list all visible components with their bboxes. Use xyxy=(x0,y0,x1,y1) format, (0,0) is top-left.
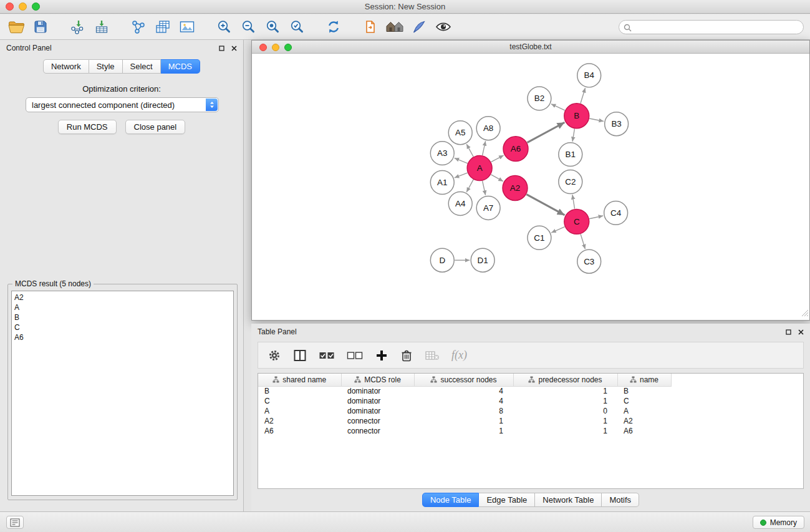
tab-network-table[interactable]: Network Table xyxy=(535,493,602,507)
minimize-window-button[interactable] xyxy=(19,2,27,11)
open-session-button[interactable] xyxy=(6,17,26,37)
network-node-B2[interactable]: B2 xyxy=(528,87,551,110)
table-settings-button[interactable] xyxy=(268,349,281,362)
annotate-button[interactable] xyxy=(409,17,429,37)
home-button[interactable] xyxy=(385,17,405,37)
float-panel-icon[interactable] xyxy=(786,329,791,335)
tab-network[interactable]: Network xyxy=(43,59,89,74)
column-header-successor-nodes[interactable]: successor nodes xyxy=(414,374,513,386)
select-all-columns-button[interactable] xyxy=(319,349,335,362)
network-node-A4[interactable]: A4 xyxy=(448,191,472,215)
zoom-out-button[interactable] xyxy=(238,17,258,37)
network-edge-B-B3[interactable] xyxy=(589,118,604,122)
share-network-button[interactable] xyxy=(128,17,148,37)
search-input[interactable] xyxy=(619,20,804,34)
show-graphics-details-button[interactable] xyxy=(433,17,453,37)
network-node-A5[interactable]: A5 xyxy=(448,121,472,145)
mcds-result-item[interactable]: B xyxy=(14,312,231,322)
network-edge-B-B1[interactable] xyxy=(572,128,574,142)
network-node-A[interactable]: A xyxy=(467,156,492,181)
zoom-in-button[interactable] xyxy=(214,17,234,37)
network-node-D[interactable]: D xyxy=(430,248,454,272)
column-header-predecessor-nodes[interactable]: predecessor nodes xyxy=(513,374,617,386)
window-resize-grip[interactable] xyxy=(801,308,809,319)
table-row[interactable]: A6connector11A6 xyxy=(258,426,671,436)
fullscreen-window-button[interactable] xyxy=(32,2,40,11)
network-window-zoom-button[interactable] xyxy=(284,44,292,51)
table-row[interactable]: Adominator80A xyxy=(258,406,671,416)
network-edge-C-C3[interactable] xyxy=(581,234,585,249)
import-table-button[interactable] xyxy=(92,17,112,37)
tab-node-table[interactable]: Node Table xyxy=(422,493,480,507)
network-node-C1[interactable]: C1 xyxy=(528,226,551,249)
tab-edge-table[interactable]: Edge Table xyxy=(479,493,535,507)
network-node-C3[interactable]: C3 xyxy=(577,249,601,273)
export-image-button[interactable] xyxy=(177,17,197,37)
network-node-C4[interactable]: C4 xyxy=(604,201,628,225)
network-edge-A-A7[interactable] xyxy=(483,181,486,195)
save-session-button[interactable] xyxy=(31,17,51,37)
network-graph[interactable]: B4B2BB3A5A8A6B1A3AC2A1A2A4A7C4CC1C3DD1 xyxy=(252,54,809,320)
memory-button[interactable]: Memory xyxy=(753,516,804,529)
network-edge-A-A2[interactable] xyxy=(491,175,503,181)
task-history-button[interactable] xyxy=(6,516,24,529)
add-column-button[interactable] xyxy=(375,349,388,362)
network-node-A6[interactable]: A6 xyxy=(503,137,528,162)
network-edge-A-A8[interactable] xyxy=(483,141,486,155)
close-panel-button[interactable]: Close panel xyxy=(125,120,186,134)
network-node-B3[interactable]: B3 xyxy=(605,112,629,136)
network-node-A2[interactable]: A2 xyxy=(503,176,528,201)
close-panel-icon[interactable] xyxy=(798,329,804,335)
mcds-result-list[interactable]: A2ABCA6 xyxy=(11,291,234,496)
network-edge-A6-B[interactable] xyxy=(527,122,564,142)
network-edge-A-A4[interactable] xyxy=(466,180,473,192)
column-header-mcds-role[interactable]: MCDS role xyxy=(341,374,414,386)
network-edge-C-C1[interactable] xyxy=(551,227,564,233)
deselect-all-columns-button[interactable] xyxy=(347,349,363,362)
close-panel-icon[interactable] xyxy=(231,46,237,51)
network-node-B1[interactable]: B1 xyxy=(559,143,582,167)
network-edge-A-A1[interactable] xyxy=(455,173,468,178)
network-canvas[interactable]: B4B2BB3A5A8A6B1A3AC2A1A2A4A7C4CC1C3DD1 xyxy=(252,54,809,320)
network-window-close-button[interactable] xyxy=(259,44,267,51)
column-header-name[interactable]: name xyxy=(617,374,671,386)
network-node-B4[interactable]: B4 xyxy=(577,64,601,87)
float-panel-icon[interactable] xyxy=(219,46,224,51)
run-mcds-button[interactable]: Run MCDS xyxy=(58,120,117,134)
table-row[interactable]: Cdominator41C xyxy=(258,396,671,406)
mcds-result-item[interactable]: A xyxy=(14,302,231,312)
network-edge-B-B4[interactable] xyxy=(581,88,586,104)
network-edge-B-B2[interactable] xyxy=(551,104,565,110)
network-edge-C-C2[interactable] xyxy=(572,195,575,209)
network-edge-A-A6[interactable] xyxy=(491,155,504,162)
network-edge-A-A5[interactable] xyxy=(466,144,473,157)
zoom-fit-button[interactable] xyxy=(263,17,282,37)
import-network-button[interactable] xyxy=(67,17,87,37)
refresh-view-button[interactable] xyxy=(324,17,344,37)
function-builder-button[interactable]: f(x) xyxy=(451,349,467,362)
tab-motifs[interactable]: Motifs xyxy=(602,493,639,507)
delete-table-button[interactable] xyxy=(425,349,440,362)
network-node-A1[interactable]: A1 xyxy=(430,171,454,195)
duplicate-table-button[interactable] xyxy=(153,17,173,37)
network-window-minimize-button[interactable] xyxy=(272,44,279,51)
open-document-button[interactable] xyxy=(360,17,380,37)
network-edge-C-C4[interactable] xyxy=(589,216,603,219)
tab-style[interactable]: Style xyxy=(89,59,123,74)
network-node-A7[interactable]: A7 xyxy=(476,196,500,220)
split-panel-button[interactable] xyxy=(293,349,307,362)
optimization-criterion-select[interactable]: largest connected component (directed) xyxy=(26,97,219,112)
column-header-shared-name[interactable]: shared name xyxy=(258,374,341,386)
mcds-result-item[interactable]: A2 xyxy=(14,293,231,302)
mcds-result-item[interactable]: A6 xyxy=(14,332,231,342)
table-row[interactable]: Bdominator41B xyxy=(258,386,671,396)
network-node-A3[interactable]: A3 xyxy=(430,142,454,165)
delete-column-button[interactable] xyxy=(400,349,413,362)
network-edge-A-A3[interactable] xyxy=(455,158,468,163)
mcds-result-item[interactable]: C xyxy=(14,322,231,332)
network-node-D1[interactable]: D1 xyxy=(471,248,494,272)
tab-select[interactable]: Select xyxy=(123,59,161,74)
close-window-button[interactable] xyxy=(6,2,14,11)
network-node-C2[interactable]: C2 xyxy=(559,170,582,194)
zoom-selected-button[interactable] xyxy=(287,17,307,37)
